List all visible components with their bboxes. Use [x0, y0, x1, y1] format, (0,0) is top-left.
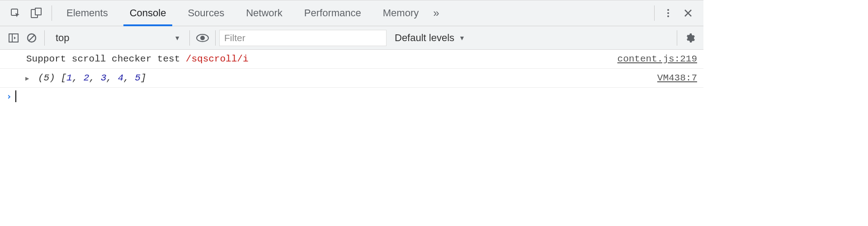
overflow-label: » [433, 7, 439, 19]
devtools-tabstrip: Elements Console Sources Network Perform… [0, 0, 703, 26]
tab-label: Console [130, 7, 166, 19]
context-selector-label: top [56, 32, 70, 44]
console-message: Support scroll checker test /sqscroll/i … [0, 50, 703, 69]
clear-console-icon[interactable] [23, 29, 41, 47]
svg-rect-2 [35, 8, 41, 15]
tab-performance[interactable]: Performance [293, 0, 372, 26]
device-toggle-icon[interactable] [27, 4, 45, 22]
live-expression-icon[interactable] [193, 29, 212, 47]
tab-console[interactable]: Console [119, 0, 177, 26]
chevron-down-icon: ▼ [174, 34, 180, 42]
expand-object-icon[interactable]: ▶ [25, 74, 29, 82]
filter-input[interactable] [219, 30, 387, 46]
svg-rect-7 [9, 34, 18, 42]
tab-elements[interactable]: Elements [56, 0, 119, 26]
source-link[interactable]: VM438:7 [657, 73, 697, 83]
console-toolbar: top ▼ Default levels ▼ [0, 26, 703, 50]
console-message-text: Support scroll checker test /sqscroll/i [26, 54, 248, 64]
console-message-text: (5) [1, 2, 3, 4, 5] [38, 73, 146, 83]
context-selector[interactable]: top ▼ [50, 29, 186, 47]
console-body: Support scroll checker test /sqscroll/i … [0, 50, 703, 105]
log-levels-selector[interactable]: Default levels ▼ [395, 32, 465, 44]
svg-line-10 [29, 35, 34, 41]
tab-memory[interactable]: Memory [372, 0, 429, 26]
tab-label: Elements [66, 7, 108, 19]
tab-label: Network [246, 7, 283, 19]
tabs: Elements Console Sources Network Perform… [56, 0, 439, 26]
tab-label: Memory [383, 7, 419, 19]
console-prompt[interactable]: › [0, 88, 703, 105]
svg-point-12 [200, 36, 205, 40]
console-message: ▶ (5) [1, 2, 3, 4, 5] VM438:7 [0, 69, 703, 88]
console-input[interactable] [15, 90, 16, 102]
tabs-overflow-button[interactable]: » [433, 0, 439, 26]
console-settings-icon[interactable] [681, 29, 699, 47]
close-icon[interactable] [678, 4, 698, 22]
tab-label: Sources [188, 7, 224, 19]
kebab-menu-icon[interactable] [658, 4, 678, 22]
sidebar-toggle-icon[interactable] [5, 29, 23, 47]
chevron-down-icon: ▼ [459, 34, 465, 42]
tab-network[interactable]: Network [235, 0, 293, 26]
svg-point-4 [667, 9, 669, 11]
tab-sources[interactable]: Sources [177, 0, 235, 26]
prompt-caret-icon: › [6, 90, 12, 102]
tab-label: Performance [304, 7, 361, 19]
svg-point-5 [667, 12, 669, 14]
log-levels-label: Default levels [395, 32, 454, 44]
svg-point-6 [667, 15, 669, 17]
inspect-element-icon[interactable] [6, 4, 24, 22]
source-link[interactable]: content.js:219 [618, 54, 697, 64]
